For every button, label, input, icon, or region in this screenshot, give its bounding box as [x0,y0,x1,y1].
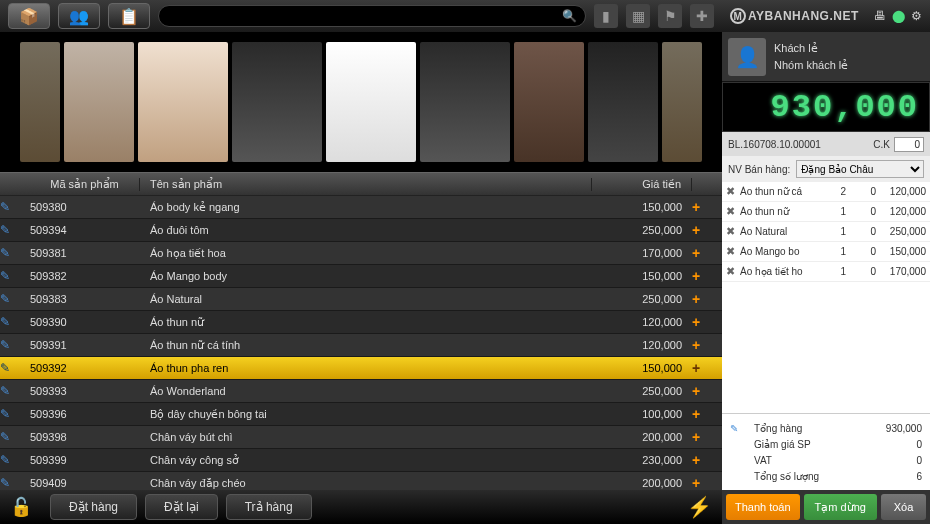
product-price: 120,000 [592,316,692,328]
add-to-cart-icon[interactable]: + [692,475,700,490]
table-row[interactable]: ✎509393Áo Wonderland250,000+ [0,380,722,403]
cart-item[interactable]: ✖Áo thun nữ cá20120,000 [722,182,930,202]
add-icon[interactable]: ✚ [690,4,714,28]
product-price: 150,000 [592,201,692,213]
edit-icon[interactable]: ✎ [0,384,10,398]
reset-button[interactable]: Đặt lại [145,494,218,520]
main-panel: 📦 👥 📋 🔍 ▮ ▦ ⚑ ✚ Mã sản phẩm [0,0,722,524]
remove-item-icon[interactable]: ✖ [726,185,740,198]
view-grid-icon[interactable]: ▦ [626,4,650,28]
edit-icon[interactable]: ✎ [0,361,10,375]
customer-block[interactable]: 👤 Khách lẻ Nhóm khách lẻ [722,32,930,82]
add-to-cart-icon[interactable]: + [692,268,700,284]
table-row[interactable]: ✎509392Áo thun pha ren150,000+ [0,357,722,380]
cart-item-qty[interactable]: 1 [826,266,846,277]
table-row[interactable]: ✎509382Áo Mango body150,000+ [0,265,722,288]
remove-item-icon[interactable]: ✖ [726,205,740,218]
pause-button[interactable]: Tạm dừng [804,494,878,520]
edit-icon[interactable]: ✎ [0,407,10,421]
add-to-cart-icon[interactable]: + [692,360,700,376]
edit-icon[interactable]: ✎ [0,200,10,214]
cart-item-qty[interactable]: 2 [826,186,846,197]
table-row[interactable]: ✎509399Chân váy công sở230,000+ [0,449,722,472]
table-row[interactable]: ✎509394Áo đuôi tôm250,000+ [0,219,722,242]
cart-item-qty[interactable]: 1 [826,206,846,217]
cart-item[interactable]: ✖Áo thun nữ10120,000 [722,202,930,222]
carousel-card[interactable] [588,42,658,162]
add-to-cart-icon[interactable]: + [692,199,700,215]
add-to-cart-icon[interactable]: + [692,383,700,399]
header-name[interactable]: Tên sản phẩm [140,178,592,191]
lock-icon[interactable]: 🔓 [10,496,32,518]
product-code: 509380 [30,201,140,213]
tab-customers[interactable]: 👥 [58,3,100,29]
cart-item-qty[interactable]: 1 [826,246,846,257]
table-row[interactable]: ✎509409Chân váy đắp chéo200,000+ [0,472,722,490]
view-list-icon[interactable]: ▮ [594,4,618,28]
right-toolbar: MAYBANHANG.NET 🖶 ⬤ ⚙ [722,0,930,32]
bolt-icon[interactable]: ⚡ [687,495,712,519]
tab-orders[interactable]: 📋 [108,3,150,29]
carousel-card[interactable] [420,42,510,162]
add-to-cart-icon[interactable]: + [692,429,700,445]
carousel-card[interactable] [64,42,134,162]
header-price[interactable]: Giá tiền [592,178,692,191]
edit-icon[interactable]: ✎ [0,223,10,237]
edit-icon[interactable]: ✎ [0,292,10,306]
seller-row: NV Bán hàng: Đặng Bảo Châu [722,156,930,182]
table-row[interactable]: ✎509390Áo thun nữ120,000+ [0,311,722,334]
table-row[interactable]: ✎509391Áo thun nữ cá tính120,000+ [0,334,722,357]
settings-icon[interactable]: ⚙ [911,9,922,23]
customer-group: Nhóm khách lẻ [774,57,848,74]
remove-item-icon[interactable]: ✖ [726,245,740,258]
edit-icon[interactable]: ✎ [0,453,10,467]
add-to-cart-icon[interactable]: + [692,406,700,422]
filter-icon[interactable]: ⚑ [658,4,682,28]
add-to-cart-icon[interactable]: + [692,245,700,261]
pencil-icon[interactable]: ✎ [730,423,754,434]
remove-item-icon[interactable]: ✖ [726,225,740,238]
product-code: 509393 [30,385,140,397]
edit-icon[interactable]: ✎ [0,269,10,283]
print-icon[interactable]: 🖶 [874,9,886,23]
pay-button[interactable]: Thanh toán [726,494,800,520]
add-to-cart-icon[interactable]: + [692,291,700,307]
tab-products[interactable]: 📦 [8,3,50,29]
edit-icon[interactable]: ✎ [0,338,10,352]
product-code: 509409 [30,477,140,489]
edit-icon[interactable]: ✎ [0,246,10,260]
table-row[interactable]: ✎509383Áo Natural250,000+ [0,288,722,311]
search-icon[interactable]: 🔍 [562,9,577,23]
add-to-cart-icon[interactable]: + [692,222,700,238]
table-row[interactable]: ✎509396Bộ dây chuyền bông tai100,000+ [0,403,722,426]
cart-item-qty[interactable]: 1 [826,226,846,237]
cart-item[interactable]: ✖Áo Mango bo10150,000 [722,242,930,262]
cart-item-price: 120,000 [876,206,926,217]
carousel-card[interactable] [326,42,416,162]
add-to-cart-icon[interactable]: + [692,337,700,353]
carousel-card[interactable] [662,42,702,162]
table-row[interactable]: ✎509398Chân váy bút chì200,000+ [0,426,722,449]
header-code[interactable]: Mã sản phẩm [30,178,140,191]
carousel-card[interactable] [20,42,60,162]
add-to-cart-icon[interactable]: + [692,452,700,468]
carousel-card[interactable] [232,42,322,162]
edit-icon[interactable]: ✎ [0,476,10,490]
cart-item[interactable]: ✖Áo họa tiết ho10170,000 [722,262,930,282]
delete-button[interactable]: Xóa [881,494,926,520]
ck-input[interactable]: 0 [894,137,924,152]
carousel-card[interactable] [138,42,228,162]
edit-icon[interactable]: ✎ [0,430,10,444]
cart-item[interactable]: ✖Áo Natural10250,000 [722,222,930,242]
return-button[interactable]: Trả hàng [226,494,312,520]
edit-icon[interactable]: ✎ [0,315,10,329]
order-button[interactable]: Đặt hàng [50,494,137,520]
table-row[interactable]: ✎509380Áo body kẻ ngang150,000+ [0,196,722,219]
add-to-cart-icon[interactable]: + [692,314,700,330]
remove-item-icon[interactable]: ✖ [726,265,740,278]
carousel-card[interactable] [514,42,584,162]
seller-select[interactable]: Đặng Bảo Châu [796,160,924,178]
table-row[interactable]: ✎509381Áo họa tiết hoa170,000+ [0,242,722,265]
product-carousel[interactable] [0,32,722,172]
search-input[interactable] [167,10,562,22]
